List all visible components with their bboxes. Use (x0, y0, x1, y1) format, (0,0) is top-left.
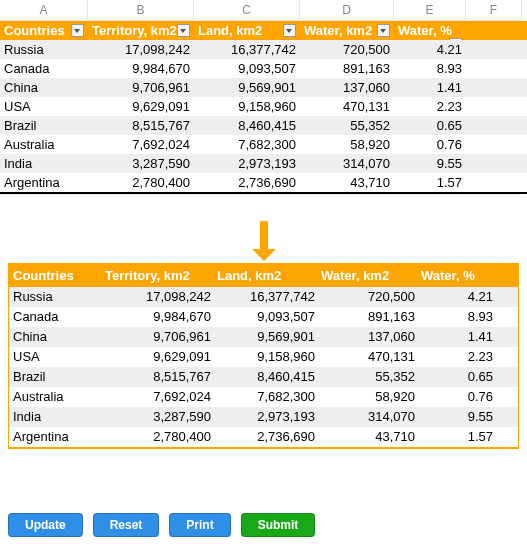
report-row: Canada9,984,6709,093,507891,1638.93 (9, 307, 518, 327)
rcell-land: 16,377,742 (217, 289, 321, 305)
cell-water[interactable]: 55,352 (300, 116, 394, 135)
header-countries[interactable]: Countries (0, 21, 88, 40)
cell-pct[interactable]: 9.55 (394, 154, 466, 173)
arrow-head-icon (252, 249, 276, 261)
cell-pct[interactable]: 2.23 (394, 97, 466, 116)
cell-land[interactable]: 8,460,415 (194, 116, 300, 135)
cell-land[interactable]: 2,736,690 (194, 173, 300, 192)
cell-territory[interactable]: 7,692,024 (88, 135, 194, 154)
cell-country[interactable]: Australia (0, 135, 88, 154)
cell-water[interactable]: 891,163 (300, 59, 394, 78)
cell-water[interactable]: 314,070 (300, 154, 394, 173)
cell-land[interactable]: 9,569,901 (194, 78, 300, 97)
cell-country[interactable]: Argentina (0, 173, 88, 192)
rcell-pct: 9.55 (421, 409, 499, 425)
table-row[interactable]: India3,287,5902,973,193314,0709.55 (0, 154, 527, 173)
rcell-territory: 9,629,091 (105, 349, 217, 365)
cell-pct[interactable]: 4.21 (394, 40, 466, 59)
cell-country[interactable]: Canada (0, 59, 88, 78)
header-territory[interactable]: Territory, km2 (88, 21, 194, 40)
rcell-territory: 9,984,670 (105, 309, 217, 325)
header-water[interactable]: Water, km2 (300, 21, 394, 40)
cell-water[interactable]: 58,920 (300, 135, 394, 154)
rcell-pct: 0.65 (421, 369, 499, 385)
cell-territory[interactable]: 9,629,091 (88, 97, 194, 116)
report-header-water: Water, km2 (321, 268, 421, 283)
rcell-land: 9,093,507 (217, 309, 321, 325)
rcell-water: 720,500 (321, 289, 421, 305)
cell-territory[interactable]: 2,780,400 (88, 173, 194, 192)
rcell-land: 9,158,960 (217, 349, 321, 365)
header-land[interactable]: Land, km2 (194, 21, 300, 40)
cell-country[interactable]: India (0, 154, 88, 173)
table-row[interactable]: Brazil8,515,7678,460,41555,3520.65 (0, 116, 527, 135)
filter-icon[interactable] (283, 24, 296, 37)
rcell-country: Australia (9, 389, 105, 405)
cell-water[interactable]: 137,060 (300, 78, 394, 97)
cell-water[interactable]: 470,131 (300, 97, 394, 116)
rcell-country: Russia (9, 289, 105, 305)
reset-button[interactable]: Reset (93, 513, 160, 537)
cell-country[interactable]: China (0, 78, 88, 97)
rcell-land: 8,460,415 (217, 369, 321, 385)
cell-water[interactable]: 720,500 (300, 40, 394, 59)
report-header-countries: Countries (9, 268, 105, 283)
col-c[interactable]: C (194, 0, 300, 21)
col-b[interactable]: B (88, 0, 194, 21)
table-row[interactable]: Argentina2,780,4002,736,69043,7101.57 (0, 173, 527, 194)
cell-territory[interactable]: 9,984,670 (88, 59, 194, 78)
report-row: USA9,629,0919,158,960470,1312.23 (9, 347, 518, 367)
rcell-water: 470,131 (321, 349, 421, 365)
rcell-pct: 8.93 (421, 309, 499, 325)
cell-territory[interactable]: 3,287,590 (88, 154, 194, 173)
cell-land[interactable]: 16,377,742 (194, 40, 300, 59)
col-d[interactable]: D (300, 0, 394, 21)
cell-land[interactable]: 2,973,193 (194, 154, 300, 173)
rcell-water: 58,920 (321, 389, 421, 405)
col-a[interactable]: A (0, 0, 88, 21)
rcell-country: Brazil (9, 369, 105, 385)
cell-country[interactable]: Russia (0, 40, 88, 59)
cell-pct[interactable]: 0.76 (394, 135, 466, 154)
filter-icon[interactable] (177, 24, 190, 37)
filter-icon[interactable] (449, 38, 462, 40)
cell-territory[interactable]: 17,098,242 (88, 40, 194, 59)
report-row: Argentina2,780,4002,736,69043,7101.57 (9, 427, 518, 447)
filter-icon[interactable] (71, 24, 84, 37)
cell-pct[interactable]: 1.41 (394, 78, 466, 97)
rcell-water: 314,070 (321, 409, 421, 425)
rcell-land: 7,682,300 (217, 389, 321, 405)
report-row: China9,706,9619,569,901137,0601.41 (9, 327, 518, 347)
cell-water[interactable]: 43,710 (300, 173, 394, 192)
cell-territory[interactable]: 9,706,961 (88, 78, 194, 97)
rcell-pct: 1.57 (421, 429, 499, 445)
col-f[interactable]: F (466, 0, 522, 21)
report-header-land: Land, km2 (217, 268, 321, 283)
table-row[interactable]: China9,706,9619,569,901137,0601.41 (0, 78, 527, 97)
cell-country[interactable]: USA (0, 97, 88, 116)
rcell-territory: 2,780,400 (105, 429, 217, 445)
print-button[interactable]: Print (169, 513, 230, 537)
table-row[interactable]: USA9,629,0919,158,960470,1312.23 (0, 97, 527, 116)
cell-country[interactable]: Brazil (0, 116, 88, 135)
report-row: Brazil8,515,7678,460,41555,3520.65 (9, 367, 518, 387)
submit-button[interactable]: Submit (241, 513, 316, 537)
col-e[interactable]: E (394, 0, 466, 21)
cell-territory[interactable]: 8,515,767 (88, 116, 194, 135)
cell-land[interactable]: 9,158,960 (194, 97, 300, 116)
table-row[interactable]: Australia7,692,0247,682,30058,9200.76 (0, 135, 527, 154)
report-row: Russia17,098,24216,377,742720,5004.21 (9, 287, 518, 307)
rcell-water: 55,352 (321, 369, 421, 385)
cell-land[interactable]: 9,093,507 (194, 59, 300, 78)
filter-icon[interactable] (377, 24, 390, 37)
table-header-row: Countries Territory, km2 Land, km2 Water… (0, 21, 527, 40)
table-row[interactable]: Russia17,098,24216,377,742720,5004.21 (0, 40, 527, 59)
header-waterpct[interactable]: Water, % (394, 21, 466, 40)
cell-land[interactable]: 7,682,300 (194, 135, 300, 154)
table-row[interactable]: Canada9,984,6709,093,507891,1638.93 (0, 59, 527, 78)
cell-pct[interactable]: 1.57 (394, 173, 466, 192)
cell-pct[interactable]: 0.65 (394, 116, 466, 135)
cell-pct[interactable]: 8.93 (394, 59, 466, 78)
rcell-country: China (9, 329, 105, 345)
update-button[interactable]: Update (8, 513, 83, 537)
